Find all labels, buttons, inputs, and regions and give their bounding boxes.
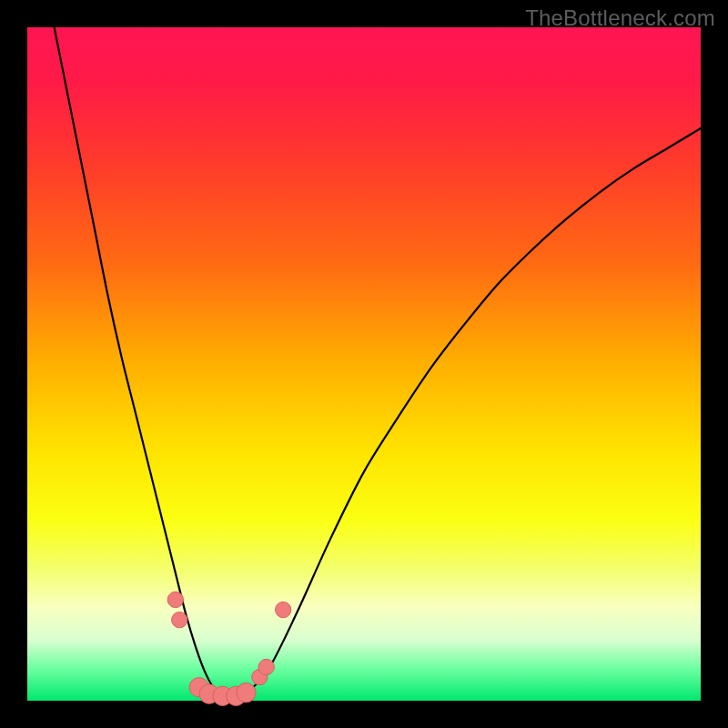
data-marker	[237, 682, 256, 702]
data-marker	[167, 592, 183, 607]
bottleneck-chart	[0, 0, 728, 728]
plot-background	[27, 27, 701, 701]
data-marker	[276, 602, 291, 617]
data-marker	[258, 659, 274, 674]
chart-frame: TheBottleneck.com	[0, 0, 728, 728]
watermark-text: TheBottleneck.com	[525, 5, 715, 31]
data-marker	[172, 612, 187, 628]
